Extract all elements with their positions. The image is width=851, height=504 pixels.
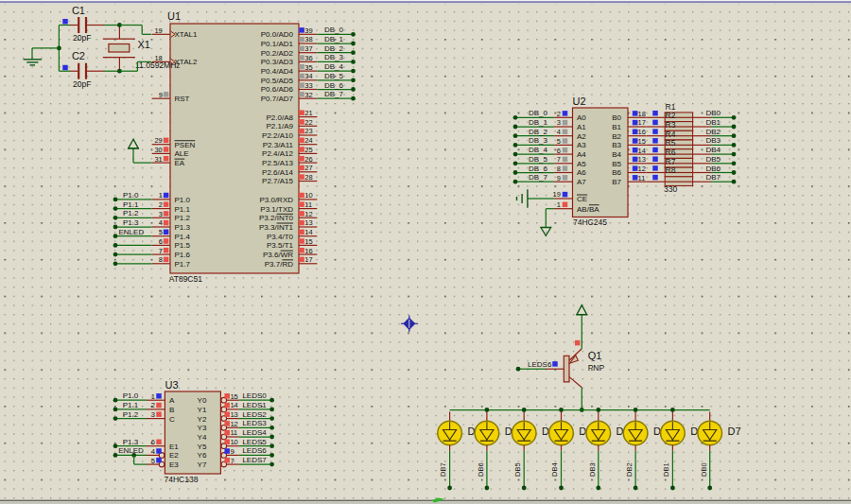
net-label-LEDS7[interactable]: LEDS7 xyxy=(242,456,267,464)
pin-name: P1.4 xyxy=(175,233,191,241)
logic-state-square xyxy=(164,138,169,144)
u2-ref-label[interactable]: U2 xyxy=(573,96,586,107)
net-label-DB_6[interactable]: DB_6 xyxy=(324,81,344,90)
net-label-P1.0[interactable]: P1.0 xyxy=(123,391,139,400)
logic-state-square xyxy=(156,393,162,399)
u3-ref-label[interactable]: U3 xyxy=(165,379,179,391)
u3-value-label[interactable]: 74HC138 xyxy=(165,475,199,484)
logic-state-square xyxy=(164,193,169,199)
net-label-db1[interactable]: DB1 xyxy=(662,462,670,477)
net-label-DB_1[interactable]: DB_1 xyxy=(529,118,548,127)
net-label-leds6[interactable]: LEDS6 xyxy=(528,360,552,369)
net-label-db5[interactable]: DB5 xyxy=(513,462,522,477)
logic-state-square xyxy=(299,37,304,43)
pin-name: P2.5/A13 xyxy=(262,159,293,167)
junction-dot xyxy=(732,133,737,138)
pin-name: P2.7/A15 xyxy=(262,177,293,185)
resistor-ref-r1[interactable]: R1 xyxy=(666,102,676,112)
net-label-P1.1[interactable]: P1.1 xyxy=(123,401,139,409)
net-label-LEDS1[interactable]: LEDS1 xyxy=(242,401,267,409)
net-label-ENLED[interactable]: ENLED xyxy=(118,446,144,455)
net-label-DB_6[interactable]: DB_6 xyxy=(529,165,548,173)
pin-number: 5 xyxy=(159,228,163,236)
net-label-db2[interactable]: DB2 xyxy=(706,128,721,136)
net-label-db5[interactable]: DB5 xyxy=(706,155,721,164)
q1-value-label[interactable]: PNP xyxy=(588,363,605,373)
net-label-db0[interactable]: DB0 xyxy=(706,109,721,117)
net-label-DB_2[interactable]: DB_2 xyxy=(324,44,344,53)
resistor-ref-r5[interactable]: R5 xyxy=(666,138,676,148)
resistor-ref-r4[interactable]: R4 xyxy=(666,130,676,139)
net-label-db2[interactable]: DB2 xyxy=(625,462,634,477)
pin-name: P2.2/A10 xyxy=(262,131,293,140)
net-label-P1.3[interactable]: P1.3 xyxy=(123,438,139,446)
net-label-db0[interactable]: DB0 xyxy=(700,462,708,477)
net-label-P1.0[interactable]: P1.0 xyxy=(123,191,139,200)
net-label-P1.2[interactable]: P1.2 xyxy=(123,410,139,419)
pin-name: P0.5/AD5 xyxy=(261,77,294,85)
pin-number: 2 xyxy=(557,110,561,118)
proteus-editing-window: U1AT89C5119XTAL118XTAL29RST29PSEN30ALE31… xyxy=(0,0,851,504)
u1-ref-label[interactable]: U1 xyxy=(167,10,181,22)
q1-ref-label[interactable]: Q1 xyxy=(588,350,602,361)
pin-number: 28 xyxy=(304,173,312,182)
schematic-canvas[interactable]: U1AT89C5119XTAL118XTAL29RST29PSEN30ALE31… xyxy=(0,0,851,504)
net-label-P1.1[interactable]: P1.1 xyxy=(123,200,139,209)
net-label-LEDS0[interactable]: LEDS0 xyxy=(242,391,267,400)
c2-ref-label[interactable]: C2 xyxy=(72,50,85,61)
logic-state-square xyxy=(563,130,568,135)
net-label-db7[interactable]: DB7 xyxy=(439,462,447,477)
net-label-P1.3[interactable]: P1.3 xyxy=(123,218,139,227)
net-label-DB_4[interactable]: DB_4 xyxy=(324,62,344,71)
net-label-LEDS2[interactable]: LEDS2 xyxy=(242,410,267,419)
net-label-LEDS6[interactable]: LEDS6 xyxy=(242,446,267,455)
net-label-LEDS3[interactable]: LEDS3 xyxy=(242,419,267,427)
resistor-ref-r7[interactable]: R7 xyxy=(666,157,676,166)
logic-state-square xyxy=(563,138,568,144)
logic-state-square xyxy=(633,148,638,153)
net-label-DB_1[interactable]: DB_1 xyxy=(324,35,344,43)
x1-body[interactable] xyxy=(109,44,130,53)
resistor-ref-r2[interactable]: R2 xyxy=(666,111,676,120)
net-label-DB_5[interactable]: DB_5 xyxy=(529,155,548,164)
resistor-ref-r8[interactable]: R8 xyxy=(666,165,676,175)
net-label-DB_0[interactable]: DB_0 xyxy=(529,109,548,117)
q1-body[interactable] xyxy=(564,356,569,382)
net-label-LEDS5[interactable]: LEDS5 xyxy=(242,438,267,446)
c2-value-label[interactable]: 20pF xyxy=(73,79,91,89)
net-label-db3[interactable]: DB3 xyxy=(588,462,597,477)
u2-value-label[interactable]: 74HC245 xyxy=(573,217,607,227)
net-label-DB_0[interactable]: DB_0 xyxy=(324,26,344,34)
u1-value-label[interactable]: AT89C51 xyxy=(169,274,203,284)
resistor-ref-r6[interactable]: R6 xyxy=(666,148,676,157)
pin-number: 19 xyxy=(154,26,162,35)
pin-number: 13 xyxy=(304,218,312,227)
pin-number: 8 xyxy=(557,165,561,173)
pin-name: P1.3 xyxy=(175,223,191,232)
x1-ref-label[interactable]: X1 xyxy=(137,39,149,50)
c1-value-label[interactable]: 20pF xyxy=(73,33,91,43)
net-label-ENLED[interactable]: ENLED xyxy=(119,228,145,236)
net-label-DB_3[interactable]: DB_3 xyxy=(529,136,548,145)
net-label-LEDS4[interactable]: LEDS4 xyxy=(242,428,267,437)
pin-name: P1.1 xyxy=(175,205,191,214)
net-label-DB_2[interactable]: DB_2 xyxy=(529,128,548,136)
net-label-db3[interactable]: DB3 xyxy=(706,136,721,145)
net-label-db6[interactable]: DB6 xyxy=(477,462,485,477)
resistor-value[interactable]: 330 xyxy=(664,184,677,194)
net-label-db4[interactable]: DB4 xyxy=(550,462,559,477)
resistor-ref-r3[interactable]: R3 xyxy=(666,120,676,130)
net-label-db7[interactable]: DB7 xyxy=(706,173,721,182)
net-label-DB_7[interactable]: DB_7 xyxy=(324,90,344,98)
net-label-P1.2[interactable]: P1.2 xyxy=(123,209,139,217)
net-label-DB_5[interactable]: DB_5 xyxy=(324,72,344,80)
net-label-DB_4[interactable]: DB_4 xyxy=(529,146,548,154)
led-ref-d7[interactable]: D7 xyxy=(728,426,741,437)
net-label-DB_3[interactable]: DB_3 xyxy=(324,53,344,61)
net-label-db1[interactable]: DB1 xyxy=(706,118,721,127)
net-label-DB_7[interactable]: DB_7 xyxy=(529,173,548,182)
net-label-db6[interactable]: DB6 xyxy=(706,165,721,173)
c1-ref-label[interactable]: C1 xyxy=(72,5,85,16)
pin-number: 12 xyxy=(638,165,646,173)
net-label-db4[interactable]: DB4 xyxy=(706,146,721,154)
